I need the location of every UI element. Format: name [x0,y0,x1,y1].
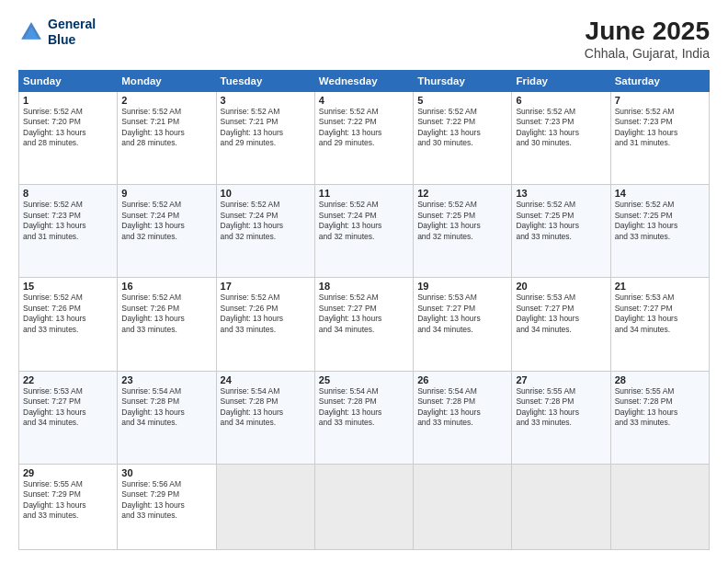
day-number: 11 [319,188,409,199]
day-number: 1 [23,95,113,106]
calendar-cell: 1Sunrise: 5:52 AM Sunset: 7:20 PM Daylig… [19,92,118,185]
day-number: 9 [121,188,211,199]
day-number: 20 [516,281,606,292]
subtitle: Chhala, Gujarat, India [585,46,710,61]
calendar-cell: 21Sunrise: 5:53 AM Sunset: 7:27 PM Dayli… [610,278,709,371]
day-number: 19 [417,281,507,292]
calendar-cell: 20Sunrise: 5:53 AM Sunset: 7:27 PM Dayli… [512,278,610,371]
cell-info: Sunrise: 5:54 AM Sunset: 7:28 PM Dayligh… [417,386,507,429]
day-number: 28 [615,374,705,385]
cell-info: Sunrise: 5:52 AM Sunset: 7:20 PM Dayligh… [23,107,113,149]
day-number: 26 [417,374,507,385]
cell-info: Sunrise: 5:53 AM Sunset: 7:27 PM Dayligh… [23,386,113,429]
cell-info: Sunrise: 5:53 AM Sunset: 7:27 PM Dayligh… [516,293,606,335]
calendar-cell: 29Sunrise: 5:55 AM Sunset: 7:29 PM Dayli… [19,464,118,549]
calendar-cell: 15Sunrise: 5:52 AM Sunset: 7:26 PM Dayli… [19,278,118,371]
cell-info: Sunrise: 5:52 AM Sunset: 7:23 PM Dayligh… [516,107,606,149]
cell-info: Sunrise: 5:52 AM Sunset: 7:23 PM Dayligh… [615,107,705,149]
day-number: 22 [23,374,113,385]
col-wednesday: Wednesday [314,71,413,92]
day-number: 2 [121,95,211,106]
cell-info: Sunrise: 5:52 AM Sunset: 7:26 PM Dayligh… [23,293,113,335]
col-saturday: Saturday [610,71,709,92]
cell-info: Sunrise: 5:52 AM Sunset: 7:24 PM Dayligh… [221,200,311,242]
calendar-cell: 25Sunrise: 5:54 AM Sunset: 7:28 PM Dayli… [314,371,413,464]
calendar-cell: 8Sunrise: 5:52 AM Sunset: 7:23 PM Daylig… [19,185,118,278]
calendar-cell: 30Sunrise: 5:56 AM Sunset: 7:29 PM Dayli… [118,464,216,549]
col-tuesday: Tuesday [216,71,314,92]
main-title: June 2025 [585,17,710,46]
col-thursday: Thursday [414,71,512,92]
calendar-week-3: 15Sunrise: 5:52 AM Sunset: 7:26 PM Dayli… [19,278,710,371]
logo-icon [18,19,44,45]
logo-text: General Blue [48,17,96,48]
calendar-table: Sunday Monday Tuesday Wednesday Thursday… [18,70,710,550]
calendar-header-row: Sunday Monday Tuesday Wednesday Thursday… [19,71,710,92]
day-number: 3 [221,95,311,106]
calendar-cell: 10Sunrise: 5:52 AM Sunset: 7:24 PM Dayli… [216,185,314,278]
cell-info: Sunrise: 5:52 AM Sunset: 7:27 PM Dayligh… [319,293,409,335]
cell-info: Sunrise: 5:52 AM Sunset: 7:21 PM Dayligh… [121,107,211,149]
cell-info: Sunrise: 5:52 AM Sunset: 7:25 PM Dayligh… [417,200,507,242]
day-number: 24 [221,374,311,385]
page: General Blue June 2025 Chhala, Gujarat, … [0,0,728,563]
day-number: 7 [615,95,705,106]
day-number: 18 [319,281,409,292]
day-number: 16 [121,281,211,292]
header: General Blue June 2025 Chhala, Gujarat, … [18,17,710,61]
calendar-cell: 23Sunrise: 5:54 AM Sunset: 7:28 PM Dayli… [118,371,216,464]
cell-info: Sunrise: 5:54 AM Sunset: 7:28 PM Dayligh… [221,386,311,429]
day-number: 6 [516,95,606,106]
calendar-cell: 11Sunrise: 5:52 AM Sunset: 7:24 PM Dayli… [314,185,413,278]
calendar-cell [216,464,314,549]
calendar-week-5: 29Sunrise: 5:55 AM Sunset: 7:29 PM Dayli… [19,464,710,549]
cell-info: Sunrise: 5:53 AM Sunset: 7:27 PM Dayligh… [417,293,507,335]
calendar-cell: 28Sunrise: 5:55 AM Sunset: 7:28 PM Dayli… [610,371,709,464]
cell-info: Sunrise: 5:52 AM Sunset: 7:23 PM Dayligh… [23,200,113,242]
logo: General Blue [18,17,96,48]
calendar-cell: 24Sunrise: 5:54 AM Sunset: 7:28 PM Dayli… [216,371,314,464]
day-number: 4 [319,95,409,106]
calendar-week-2: 8Sunrise: 5:52 AM Sunset: 7:23 PM Daylig… [19,185,710,278]
cell-info: Sunrise: 5:52 AM Sunset: 7:24 PM Dayligh… [319,200,409,242]
cell-info: Sunrise: 5:52 AM Sunset: 7:24 PM Dayligh… [121,200,211,242]
day-number: 27 [516,374,606,385]
col-monday: Monday [118,71,216,92]
day-number: 30 [121,467,211,478]
cell-info: Sunrise: 5:56 AM Sunset: 7:29 PM Dayligh… [121,479,211,522]
cell-info: Sunrise: 5:55 AM Sunset: 7:28 PM Dayligh… [615,386,705,429]
calendar-cell: 19Sunrise: 5:53 AM Sunset: 7:27 PM Dayli… [414,278,512,371]
calendar-cell: 27Sunrise: 5:55 AM Sunset: 7:28 PM Dayli… [512,371,610,464]
day-number: 25 [319,374,409,385]
calendar-cell: 6Sunrise: 5:52 AM Sunset: 7:23 PM Daylig… [512,92,610,185]
calendar-cell: 18Sunrise: 5:52 AM Sunset: 7:27 PM Dayli… [314,278,413,371]
day-number: 13 [516,188,606,199]
calendar-cell: 9Sunrise: 5:52 AM Sunset: 7:24 PM Daylig… [118,185,216,278]
calendar-cell: 26Sunrise: 5:54 AM Sunset: 7:28 PM Dayli… [414,371,512,464]
calendar-cell: 22Sunrise: 5:53 AM Sunset: 7:27 PM Dayli… [19,371,118,464]
calendar-cell: 17Sunrise: 5:52 AM Sunset: 7:26 PM Dayli… [216,278,314,371]
cell-info: Sunrise: 5:53 AM Sunset: 7:27 PM Dayligh… [615,293,705,335]
calendar-cell [414,464,512,549]
title-block: June 2025 Chhala, Gujarat, India [585,17,710,61]
day-number: 29 [23,467,113,478]
cell-info: Sunrise: 5:55 AM Sunset: 7:29 PM Dayligh… [23,479,113,522]
day-number: 8 [23,188,113,199]
cell-info: Sunrise: 5:52 AM Sunset: 7:25 PM Dayligh… [516,200,606,242]
calendar-cell: 12Sunrise: 5:52 AM Sunset: 7:25 PM Dayli… [414,185,512,278]
day-number: 5 [417,95,507,106]
cell-info: Sunrise: 5:52 AM Sunset: 7:25 PM Dayligh… [615,200,705,242]
calendar-cell: 2Sunrise: 5:52 AM Sunset: 7:21 PM Daylig… [118,92,216,185]
calendar-cell [512,464,610,549]
cell-info: Sunrise: 5:55 AM Sunset: 7:28 PM Dayligh… [516,386,606,429]
cell-info: Sunrise: 5:52 AM Sunset: 7:21 PM Dayligh… [221,107,311,149]
calendar-week-1: 1Sunrise: 5:52 AM Sunset: 7:20 PM Daylig… [19,92,710,185]
col-friday: Friday [512,71,610,92]
cell-info: Sunrise: 5:52 AM Sunset: 7:22 PM Dayligh… [417,107,507,149]
cell-info: Sunrise: 5:52 AM Sunset: 7:22 PM Dayligh… [319,107,409,149]
calendar-cell [314,464,413,549]
day-number: 15 [23,281,113,292]
calendar-cell: 4Sunrise: 5:52 AM Sunset: 7:22 PM Daylig… [314,92,413,185]
day-number: 23 [121,374,211,385]
calendar-cell: 5Sunrise: 5:52 AM Sunset: 7:22 PM Daylig… [414,92,512,185]
